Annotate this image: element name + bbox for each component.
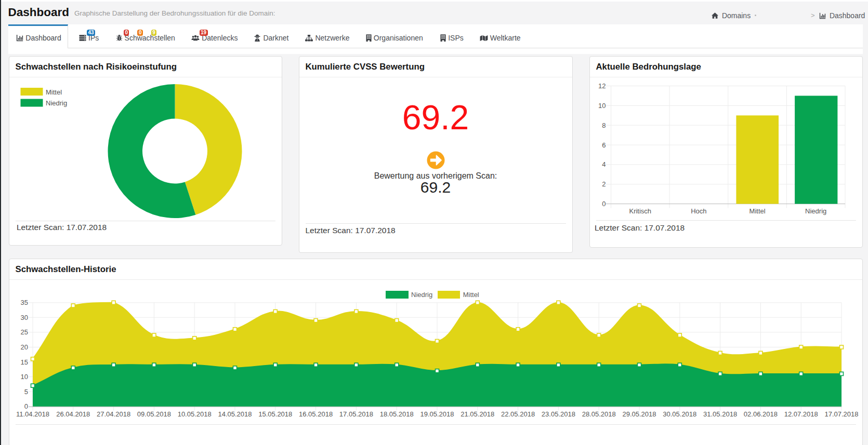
svg-text:31.05.2018: 31.05.2018 xyxy=(703,410,737,418)
svg-text:30: 30 xyxy=(20,314,28,321)
svg-text:25: 25 xyxy=(20,328,28,336)
svg-text:02.06.2018: 02.06.2018 xyxy=(743,410,777,418)
svg-text:19.05.2018: 19.05.2018 xyxy=(420,410,454,418)
svg-text:12.07.2018: 12.07.2018 xyxy=(784,410,818,418)
svg-text:12: 12 xyxy=(598,82,606,90)
svg-text:4: 4 xyxy=(602,160,606,168)
svg-text:5: 5 xyxy=(24,388,28,396)
svg-text:20: 20 xyxy=(20,343,28,351)
svg-text:Hoch: Hoch xyxy=(691,207,706,215)
svg-text:10: 10 xyxy=(598,102,606,110)
svg-text:2: 2 xyxy=(602,180,606,188)
svg-text:26.04.2018: 26.04.2018 xyxy=(56,410,90,418)
svg-text:Niedrig: Niedrig xyxy=(805,207,826,215)
svg-text:15: 15 xyxy=(20,358,28,366)
svg-text:Niedrig: Niedrig xyxy=(46,99,67,107)
svg-text:0: 0 xyxy=(602,200,606,208)
svg-text:10.05.2018: 10.05.2018 xyxy=(177,410,211,418)
svg-text:29.05.2018: 29.05.2018 xyxy=(622,410,656,418)
svg-text:0: 0 xyxy=(24,402,28,410)
svg-text:23.05.2018: 23.05.2018 xyxy=(541,410,575,418)
svg-text:27.04.2018: 27.04.2018 xyxy=(97,410,130,418)
svg-text:35: 35 xyxy=(20,299,28,306)
svg-text:11.04.2018: 11.04.2018 xyxy=(16,410,49,418)
svg-text:6: 6 xyxy=(602,141,606,149)
svg-text:28.05.2018: 28.05.2018 xyxy=(582,410,615,418)
svg-text:Kritisch: Kritisch xyxy=(629,207,651,215)
svg-text:18.05.2018: 18.05.2018 xyxy=(379,410,413,418)
svg-text:10: 10 xyxy=(20,373,28,381)
svg-text:21.05.2018: 21.05.2018 xyxy=(461,410,494,418)
svg-text:30.05.2018: 30.05.2018 xyxy=(663,410,696,418)
svg-text:09.05.2018: 09.05.2018 xyxy=(137,410,170,418)
svg-text:17.05.2018: 17.05.2018 xyxy=(339,410,373,418)
svg-text:16.05.2018: 16.05.2018 xyxy=(299,410,333,418)
svg-text:Mittel: Mittel xyxy=(749,207,765,215)
svg-text:15.05.2018: 15.05.2018 xyxy=(258,410,292,418)
svg-text:14.05.2018: 14.05.2018 xyxy=(218,410,252,418)
svg-text:8: 8 xyxy=(602,122,606,129)
svg-text:Mittel: Mittel xyxy=(46,88,62,96)
svg-text:17.07.2018: 17.07.2018 xyxy=(824,410,858,418)
svg-text:22.05.2018: 22.05.2018 xyxy=(501,410,535,418)
